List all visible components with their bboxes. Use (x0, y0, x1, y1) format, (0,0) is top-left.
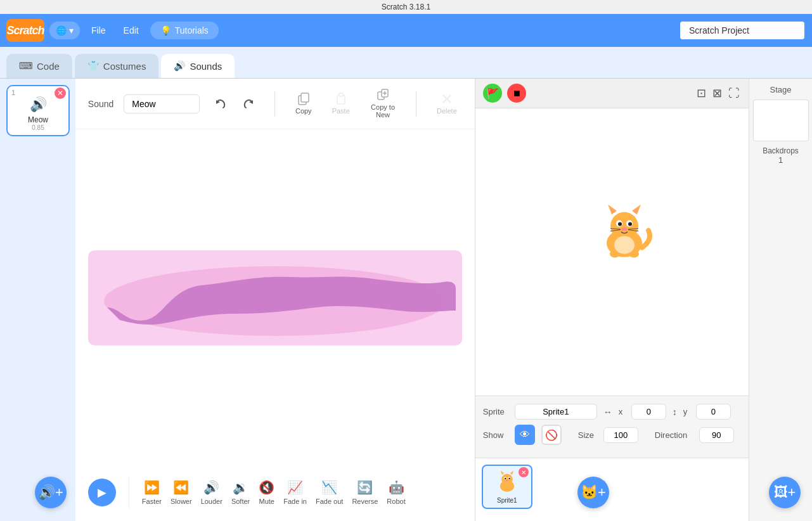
stop-button[interactable]: ⏹ (507, 84, 526, 103)
louder-icon: 🔊 (203, 480, 219, 495)
svg-point-32 (501, 473, 513, 485)
size-label: Size (578, 430, 597, 440)
svg-rect-3 (301, 93, 309, 102)
robot-icon: 🤖 (389, 480, 404, 495)
sound-editor: Sound (75, 79, 475, 521)
undo-redo-group (210, 96, 259, 112)
softer-button[interactable]: 🔉 Softer (231, 480, 250, 505)
large-stage-button[interactable]: ⊠ (711, 85, 723, 101)
sounds-icon: 🔊 (174, 60, 186, 72)
stage-area: 🚩 ⏹ ⊡ ⊠ ⛶ (475, 79, 749, 521)
fade-out-button[interactable]: 📉 Fade out (316, 480, 343, 505)
sound-delete-button[interactable]: ✕ (55, 87, 66, 99)
stage-sprite-cat (593, 202, 656, 261)
fade-out-icon: 📉 (321, 480, 337, 495)
reverse-icon: 🔄 (357, 480, 373, 495)
costumes-icon: 👕 (87, 60, 100, 72)
fade-in-icon: 📈 (287, 480, 303, 495)
tab-code[interactable]: ⌨ Code (6, 54, 72, 78)
sound-list: 1 ✕ 🔊 Meow 0.85 (0, 79, 75, 521)
playback-divider (129, 477, 129, 508)
waveform-display[interactable] (88, 250, 462, 345)
globe-icon: 🌐 (56, 25, 67, 35)
show-hidden-button[interactable]: 🚫 (541, 425, 562, 445)
svg-rect-5 (339, 93, 343, 96)
paste-button[interactable]: Paste (327, 90, 355, 117)
y-input[interactable] (696, 404, 731, 420)
play-button[interactable]: ▶ (88, 479, 116, 506)
backdrops-label: Backdrops (763, 146, 799, 155)
backdrops-count: 1 (778, 155, 783, 165)
undo-button[interactable] (210, 96, 233, 112)
copy-button[interactable]: Copy (290, 90, 317, 117)
svg-point-37 (505, 478, 506, 479)
titlebar: Scratch 3.18.1 (0, 0, 812, 14)
svg-point-23 (621, 227, 628, 231)
direction-input[interactable] (699, 427, 734, 443)
svg-point-14 (610, 212, 638, 240)
reverse-button[interactable]: 🔄 Reverse (352, 480, 378, 505)
playback-controls: ▶ ⏩ Faster ⏪ Slower 🔊 Louder 🔉 Softer (75, 466, 475, 521)
svg-point-39 (506, 480, 508, 481)
stage-panel: Stage Backdrops 1 (749, 79, 812, 521)
size-input[interactable] (603, 427, 638, 443)
svg-marker-33 (500, 471, 504, 475)
show-visible-button[interactable]: 👁 (515, 425, 535, 445)
stage-label: Stage (770, 85, 792, 94)
globe-chevron: ▾ (69, 25, 74, 35)
show-label: Show (483, 430, 508, 440)
sprite-item-sprite1[interactable]: ✕ (482, 465, 532, 509)
sound-item-name: Meow (11, 115, 65, 124)
fade-in-button[interactable]: 📈 Fade in (283, 480, 307, 505)
svg-marker-34 (510, 471, 514, 475)
direction-label: Direction (655, 430, 693, 440)
tab-sounds[interactable]: 🔊 Sounds (161, 54, 235, 78)
small-stage-button[interactable]: ⊡ (695, 85, 707, 101)
file-menu[interactable]: File (85, 22, 112, 39)
robot-button[interactable]: 🤖 Robot (387, 480, 405, 505)
sprite-thumb-label: Sprite1 (497, 497, 517, 504)
redo-button[interactable] (236, 96, 259, 112)
sprite-name-input[interactable] (515, 404, 597, 420)
toolbar-divider-1 (274, 91, 275, 117)
show-row: Show 👁 🚫 Size Direction (483, 425, 741, 445)
stage-thumbnail[interactable] (753, 100, 809, 141)
code-icon: ⌨ (19, 60, 33, 72)
delete-button[interactable]: Delete (432, 90, 462, 117)
effects-row: ⏩ Faster ⏪ Slower 🔊 Louder 🔉 Softer 🔇 (142, 480, 406, 505)
svg-point-30 (614, 236, 635, 254)
louder-button[interactable]: 🔊 Louder (201, 480, 222, 505)
sound-item-number: 1 (11, 89, 15, 96)
softer-icon: 🔉 (233, 480, 248, 495)
faster-icon: ⏩ (144, 480, 160, 495)
mute-button[interactable]: 🔇 Mute (259, 480, 274, 505)
sound-item-duration: 0.85 (11, 124, 65, 131)
slower-button[interactable]: ⏪ Slower (171, 480, 192, 505)
x-input[interactable] (631, 404, 666, 420)
x-arrow-icon: ↔ (603, 407, 612, 417)
sprite-list: ✕ (475, 458, 749, 521)
add-sound-button[interactable]: 🔊+ (35, 477, 67, 508)
main-area: 1 ✕ 🔊 Meow 0.85 Sound (0, 79, 812, 521)
add-backdrop-button[interactable]: 🖼+ (769, 477, 801, 508)
sprite-label: Sprite (483, 407, 508, 416)
sprite-delete-button[interactable]: ✕ (519, 467, 529, 477)
sprite-thumbnail (494, 470, 520, 497)
properties-panel: Sprite ↔ x ↕ y Show 👁 🚫 Size Direction (475, 396, 749, 458)
sound-item-meow[interactable]: 1 ✕ 🔊 Meow 0.85 (6, 85, 70, 136)
fullscreen-button[interactable]: ⛶ (727, 85, 741, 101)
tutorials-button[interactable]: 💡 Tutorials (150, 22, 219, 39)
globe-button[interactable]: 🌐 ▾ (49, 22, 80, 39)
edit-menu[interactable]: Edit (117, 22, 145, 39)
project-name-input[interactable] (679, 20, 806, 41)
bottom-area: ✕ (475, 458, 749, 521)
copy-to-new-button[interactable]: Copy to New (365, 86, 401, 121)
tab-costumes[interactable]: 👕 Costumes (75, 54, 159, 78)
add-sprite-button[interactable]: 🐱+ (577, 477, 609, 508)
tutorials-icon: 💡 (160, 25, 171, 35)
faster-button[interactable]: ⏩ Faster (142, 480, 162, 505)
menubar: Scratch 🌐 ▾ File Edit 💡 Tutorials (0, 14, 812, 47)
green-flag-button[interactable]: 🚩 (483, 84, 502, 103)
sound-name-input[interactable] (124, 94, 200, 113)
svg-point-38 (508, 478, 510, 479)
